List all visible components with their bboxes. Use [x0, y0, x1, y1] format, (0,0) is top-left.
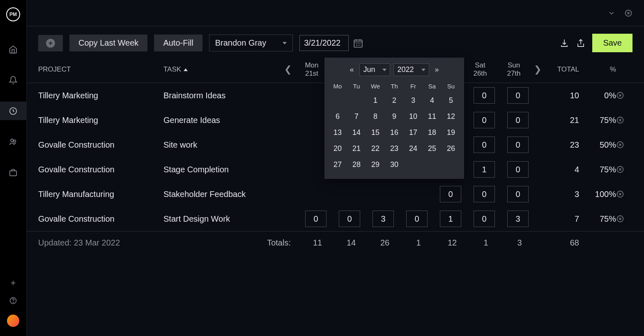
hour-input[interactable]	[440, 186, 461, 202]
datepicker-day[interactable]: 29	[366, 157, 384, 172]
datepicker-day[interactable]: 20	[329, 141, 347, 156]
day-header: Sun27th	[497, 61, 531, 78]
delete-row-button[interactable]	[616, 190, 632, 198]
datepicker-day[interactable]: 30	[385, 157, 403, 172]
nav-home[interactable]	[0, 40, 27, 58]
next-week-button[interactable]: ❯	[531, 64, 545, 75]
datepicker-day[interactable]: 5	[442, 93, 460, 108]
datepicker-day[interactable]: 25	[423, 141, 441, 156]
date-input[interactable]	[299, 35, 349, 51]
sort-asc-icon	[184, 68, 188, 71]
datepicker-day[interactable]: 18	[423, 125, 441, 140]
datepicker-month-select[interactable]: Jun	[359, 63, 390, 76]
delete-row-button[interactable]	[616, 91, 632, 100]
datepicker-dow: Th	[385, 80, 403, 92]
datepicker-day[interactable]: 28	[347, 157, 366, 172]
add-button[interactable]	[9, 279, 17, 287]
download-icon	[559, 38, 569, 48]
datepicker-day[interactable]: 23	[385, 141, 403, 156]
nav-notifications[interactable]	[0, 71, 27, 89]
datepicker-next-year[interactable]: »	[432, 64, 442, 76]
svg-point-2	[14, 140, 16, 142]
import-button[interactable]	[559, 38, 569, 48]
datepicker-day[interactable]: 10	[404, 109, 422, 124]
datepicker-day[interactable]: 16	[385, 125, 403, 140]
datepicker-day[interactable]: 15	[366, 125, 384, 140]
hour-input[interactable]	[474, 112, 495, 128]
prev-week-button[interactable]: ❮	[281, 64, 295, 75]
datepicker-day[interactable]: 19	[442, 125, 460, 140]
column-task[interactable]: TASK	[163, 65, 281, 74]
column-total: TOTAL	[545, 65, 586, 74]
app-logo[interactable]: PM	[6, 7, 20, 21]
datepicker-day[interactable]: 24	[404, 141, 422, 156]
row-project: Tillery Manufacturing	[38, 190, 163, 199]
datepicker-day[interactable]: 21	[347, 141, 366, 156]
updated-label: Updated: 23 Mar 2022	[38, 238, 163, 248]
hour-input[interactable]	[474, 186, 495, 202]
datepicker-day[interactable]: 14	[347, 125, 366, 140]
close-icon[interactable]	[624, 9, 632, 17]
hour-input[interactable]	[507, 186, 529, 202]
svg-rect-3	[10, 171, 17, 176]
nav-portfolio[interactable]	[0, 163, 27, 182]
hour-input[interactable]	[507, 112, 529, 128]
datepicker-year-select[interactable]: 2022	[393, 63, 429, 76]
chevron-down-icon[interactable]	[608, 9, 615, 17]
datepicker-day[interactable]: 17	[404, 125, 422, 140]
hour-input[interactable]	[474, 161, 495, 178]
datepicker-day[interactable]: 22	[366, 141, 384, 156]
datepicker-day[interactable]: 7	[347, 109, 366, 124]
hour-input[interactable]	[373, 211, 394, 227]
nav-team[interactable]	[0, 132, 27, 151]
row-total: 23	[545, 140, 586, 150]
hour-input[interactable]	[507, 87, 529, 104]
auto-fill-button[interactable]: Auto-Fill	[154, 35, 202, 51]
help-button[interactable]	[9, 297, 17, 305]
delete-row-button[interactable]	[616, 116, 632, 124]
hour-input[interactable]	[474, 87, 495, 104]
row-project: Tillery Marketing	[38, 116, 163, 125]
svg-point-5	[13, 302, 14, 303]
datepicker-prev-year[interactable]: «	[347, 64, 356, 76]
hour-input[interactable]	[474, 137, 495, 153]
column-project[interactable]: PROJECT	[38, 65, 163, 74]
datepicker-day[interactable]: 27	[329, 157, 347, 172]
row-percent: 75%	[586, 214, 616, 224]
nav-timesheet[interactable]	[0, 102, 27, 120]
user-avatar[interactable]	[7, 315, 19, 327]
add-row-button[interactable]	[38, 35, 63, 51]
hour-input[interactable]	[474, 211, 495, 227]
hour-input[interactable]	[507, 161, 529, 178]
bell-icon	[9, 76, 18, 85]
row-task: Brainstorm Ideas	[163, 91, 289, 100]
delete-row-button[interactable]	[616, 141, 632, 149]
datepicker-day[interactable]: 4	[423, 93, 441, 108]
user-dropdown[interactable]: Brandon Gray	[209, 35, 293, 51]
hour-input[interactable]	[507, 211, 529, 227]
day-header: Mon21st	[295, 61, 329, 78]
datepicker-day[interactable]: 12	[442, 109, 460, 124]
delete-row-button[interactable]	[616, 215, 632, 223]
datepicker-day[interactable]: 6	[329, 109, 347, 124]
datepicker-day[interactable]: 1	[366, 93, 384, 108]
datepicker-day[interactable]: 3	[404, 93, 422, 108]
datepicker-day[interactable]: 26	[442, 141, 460, 156]
datepicker-day[interactable]: 2	[385, 93, 403, 108]
datepicker-day[interactable]: 13	[329, 125, 347, 140]
timesheet-row: Tillery Manufacturing Stakeholder Feedba…	[27, 182, 644, 206]
hour-input[interactable]	[305, 211, 327, 227]
copy-last-week-button[interactable]: Copy Last Week	[69, 35, 147, 51]
delete-row-button[interactable]	[616, 165, 632, 174]
datepicker-day[interactable]: 9	[385, 109, 403, 124]
help-icon	[9, 297, 17, 305]
hour-input[interactable]	[440, 211, 461, 227]
hour-input[interactable]	[507, 137, 529, 153]
hour-input[interactable]	[339, 211, 360, 227]
hour-input[interactable]	[406, 211, 428, 227]
calendar-button[interactable]	[353, 38, 363, 49]
datepicker-day[interactable]: 11	[423, 109, 441, 124]
save-button[interactable]: Save	[592, 34, 632, 52]
export-button[interactable]	[576, 38, 586, 48]
datepicker-day[interactable]: 8	[366, 109, 384, 124]
